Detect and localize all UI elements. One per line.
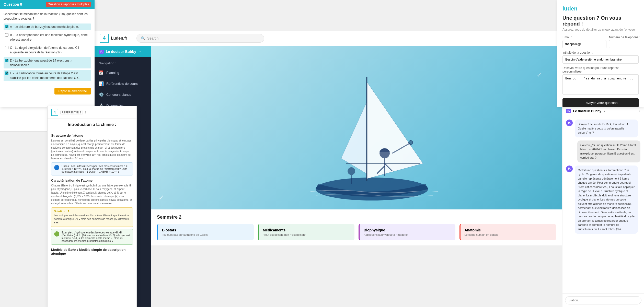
hero-chevron-bottom: ✓ [158, 193, 164, 202]
sidebar-item-icon: 📅 [99, 70, 104, 75]
callout-icon: 🔵 [54, 165, 60, 170]
semestre-title: Semestre 2 [157, 215, 556, 220]
logo-area: 4 Luden.fr [100, 34, 127, 43]
quiz-option-text: A - Le chlorure de benzoyl est une moléc… [10, 25, 79, 29]
ai-chat[interactable]: IABonjour ! Je suis le Dr.Rick, ton tute… [562, 116, 644, 293]
sidebar-item-icon: 📊 [99, 81, 104, 86]
quiz-checkbox[interactable] [5, 33, 8, 37]
sidebar-nav-item[interactable]: 📊Référentiels de cours [95, 78, 151, 89]
qf-email-input[interactable] [562, 40, 606, 48]
quiz-checkbox[interactable] [5, 59, 8, 62]
subject-card[interactable]: AnatomieLe corps humain en détails [459, 224, 556, 240]
quiz-option[interactable]: C - Le degré d'oxydation de l'atome de c… [4, 44, 91, 56]
qf-desc-textarea[interactable] [562, 74, 639, 95]
sidebar-item-icon: ⚙️ [99, 92, 104, 97]
sidebar-items: 📅Planning📊Référentiels de cours⚙️Concour… [95, 67, 151, 111]
quiz-option[interactable]: E - Le carbocation formé au cours de l'é… [4, 70, 91, 81]
theorem-text: Les isotopes sont des versions d'un même… [54, 214, 130, 225]
subject-subtitle: Appliquons la physique à l'imagerie [364, 233, 451, 236]
search-box[interactable]: 🔍 Search [136, 34, 264, 43]
site-name: Luden.fr [111, 36, 127, 41]
qf-phone-input[interactable] [609, 40, 644, 48]
sidebar-nav-label: Navigation : [95, 57, 151, 67]
ref-body[interactable]: Structure de l'atome L'atome est constit… [48, 131, 136, 307]
question-form: luden Une question ? On vous répond ! As… [557, 0, 644, 107]
quiz-body: Concernant le mécanisme de la réaction (… [0, 9, 95, 86]
qf-email-row: Email : Numéro de téléphone : [562, 36, 639, 48]
quiz-checkbox[interactable] [5, 46, 8, 49]
ref-badge: RÉFÉRENTIELS [60, 111, 83, 114]
subject-card[interactable]: BiostatsToujours pas sur la théorie de G… [157, 224, 254, 240]
semestre-section: Semestre 2 BiostatsToujours pas sur la t… [151, 209, 562, 245]
quiz-option[interactable]: D - La benzophénone possède 14 électrons… [4, 57, 91, 68]
ref-title: Introduction à la chimie : [48, 119, 136, 131]
quiz-checkbox[interactable] [5, 25, 8, 28]
quiz-option-text: E - Le carbocation formé au cours de l'é… [10, 71, 89, 80]
ref-panel: 4 RÉFÉRENTIELS 1 Introduction à la chimi… [47, 106, 137, 307]
chat-message-row: IABonjour ! Je suis le Dr.Rick, ton tute… [566, 120, 640, 137]
quiz-type-badge: Question à réponses multiples [46, 2, 91, 7]
subject-title: Anatomie [465, 228, 552, 232]
svg-point-9 [348, 167, 355, 175]
hero-illustration [295, 61, 448, 209]
sidebar-title: Le docteur Bubby [106, 50, 136, 54]
ai-panel: IA Le docteur Bubby → ‹ IABonjour ! Je s… [562, 106, 644, 307]
quiz-option[interactable]: B - La benzophénone est une molécule sym… [4, 32, 91, 43]
qf-subject-label: Intitulé de la question : [562, 51, 639, 54]
subject-subtitle: Toujours pas sur la théorie de Galois [162, 233, 250, 236]
sidebar-nav-item[interactable]: 📅Planning [95, 67, 151, 78]
hero-area: ✓ ✓ [151, 46, 562, 209]
ai-avatar: IA [566, 120, 573, 126]
qf-title: Une question ? On vous répond ! [562, 15, 639, 27]
ref-header: 4 RÉFÉRENTIELS 1 [48, 106, 136, 119]
quiz-checkbox[interactable] [5, 72, 8, 75]
svg-marker-2 [341, 102, 367, 174]
ref-logo: 4 [51, 109, 58, 116]
qf-logo: luden [562, 5, 639, 12]
logo-box: 4 [100, 34, 109, 43]
ai-badge: IA [566, 109, 571, 113]
sidebar-nav-item[interactable]: ⚙️Concours blancs [95, 89, 151, 100]
subject-subtitle: "Tout est poison, rien n'est poison" [263, 233, 351, 236]
subject-card[interactable]: BiophysiqueAppliquons la physique à l'im… [359, 224, 455, 240]
qf-phone-label: Numéro de téléphone : [609, 36, 644, 39]
subject-card[interactable]: Médicaments"Tout est poison, rien n'est … [258, 224, 355, 240]
svg-marker-1 [367, 82, 423, 179]
sidebar-arrow: → [138, 50, 142, 54]
quiz-option[interactable]: A - Le chlorure de benzoyl est une moléc… [4, 23, 91, 30]
qf-subject-input[interactable] [562, 55, 639, 64]
ref-section-bohr-title: Modèle de Bohr : Modèle simple de descri… [51, 248, 133, 255]
sidebar-item-label: Concours blancs [106, 93, 131, 97]
chat-message-row: Coucou, j'ai une question sur le 2ème tu… [566, 140, 640, 162]
quiz-option-text: B - La benzophénone est une molécule sym… [10, 33, 89, 42]
ai-panel-header[interactable]: IA Le docteur Bubby → ‹ [562, 106, 644, 116]
ref-section-char-title: Caractérisation de l'atome [51, 179, 133, 182]
ai-chat-input[interactable] [565, 296, 641, 304]
quiz-option-text: D - La benzophénone possède 14 électrons… [10, 58, 89, 67]
subject-title: Biophysique [364, 228, 451, 232]
subject-subtitle: Le corps humain en détails [465, 233, 552, 236]
ref-section-atom-title: Structure de l'atome [51, 134, 133, 137]
quiz-question-text: Concernant le mécanisme de la réaction (… [4, 12, 91, 21]
subject-title: Médicaments [263, 228, 351, 232]
svg-point-12 [409, 140, 413, 145]
ref-callout-example: 🟢 Exemple : L'hydrogène a des isotopes t… [51, 229, 133, 245]
subjects-grid: BiostatsToujours pas sur la théorie de G… [157, 224, 556, 240]
qf-submit-button[interactable]: Envoyer votre question [562, 98, 639, 107]
quiz-footer: Réponse enregistrée [0, 86, 95, 97]
quiz-header: Question 8 Question à réponses multiples [0, 0, 95, 9]
callout-text: Unités : Les unités utilisées pour ces m… [62, 165, 130, 173]
example-text: Exemple : L'hydrogène a des isotopes tel… [62, 231, 130, 242]
sidebar-item-label: Planning [106, 71, 119, 75]
ai-bubble: C'était une question sur l'aromaticité d… [575, 166, 638, 234]
save-answer-button[interactable]: Réponse enregistrée [54, 88, 91, 95]
qf-sub: Assurez-vous de détailler au mieux avant… [562, 28, 639, 31]
ref-theorem: Solution : A Les isotopes sont des versi… [51, 207, 133, 227]
sidebar-header[interactable]: IA Le docteur Bubby → [95, 46, 151, 57]
chat-message-row: IAC'était une question sur l'aromaticité… [566, 166, 640, 234]
qf-desc-label: Décrivez votre question pour une réponse… [562, 66, 639, 73]
quiz-question-label: Question 8 [4, 2, 22, 6]
ai-input-area [562, 293, 644, 307]
search-icon: 🔍 [141, 36, 145, 40]
expand-arrow-icon[interactable]: ‹ [639, 109, 640, 113]
